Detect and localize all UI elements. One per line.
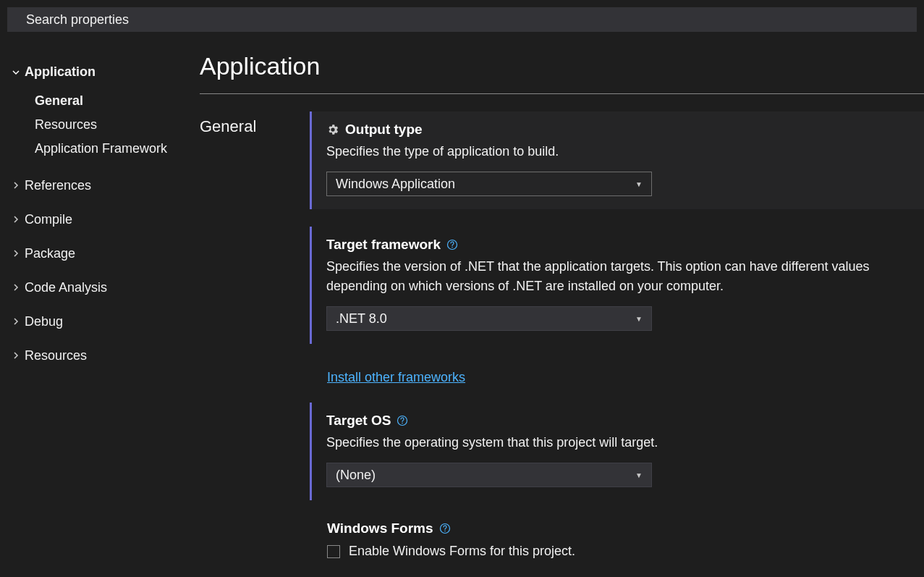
sidebar-item-references[interactable]: References: [0, 174, 185, 197]
page-title: Application: [200, 52, 924, 80]
sidebar-item-label: Debug: [25, 312, 63, 332]
setting-desc: Specifies the operating system that this…: [326, 433, 876, 452]
sidebar-item-resources[interactable]: Resources: [0, 345, 185, 367]
sidebar-item-label: Code Analysis: [25, 278, 107, 298]
sidebar-item-application[interactable]: Application: [0, 61, 185, 83]
sidebar-subitem-general[interactable]: General: [0, 89, 185, 113]
sidebar-subitems: General Resources Application Framework: [0, 89, 185, 161]
sidebar-subitem-resources[interactable]: Resources: [0, 113, 185, 137]
divider: [200, 93, 924, 94]
chevron-right-icon: [10, 284, 22, 291]
setting-output-type: Output type Specifies the type of applic…: [310, 111, 924, 209]
chevron-right-icon: [10, 318, 22, 325]
main-content: Application General Output type Specifie…: [185, 32, 924, 559]
sidebar-item-label: References: [25, 176, 91, 195]
help-icon[interactable]: [439, 523, 451, 534]
section-label: General: [200, 111, 310, 559]
sidebar-item-label: Compile: [25, 210, 72, 229]
help-icon[interactable]: [397, 415, 408, 426]
search-input[interactable]: [25, 12, 899, 28]
gear-icon: [326, 123, 339, 136]
search-bar[interactable]: [7, 7, 917, 32]
setting-desc: Specifies the type of application to bui…: [326, 142, 876, 161]
checkbox-icon: [327, 545, 340, 558]
dropdown-value: Windows Application: [336, 177, 455, 192]
sidebar-item-label: Application: [25, 62, 96, 82]
setting-target-os: Target OS Specifies the operating system…: [310, 403, 924, 500]
setting-target-framework: Target framework Specifies the version o…: [310, 227, 924, 344]
chevron-down-icon: ▼: [635, 315, 643, 323]
svg-point-5: [444, 531, 446, 532]
chevron-right-icon: [10, 352, 22, 359]
chevron-right-icon: [10, 250, 22, 257]
target-framework-dropdown[interactable]: .NET 8.0 ▼: [326, 306, 652, 331]
sidebar-subitem-app-framework[interactable]: Application Framework: [0, 137, 185, 161]
setting-title-text: Windows Forms: [327, 521, 433, 536]
setting-windows-forms: Windows Forms Enable Windows Forms for t…: [310, 518, 924, 559]
chevron-right-icon: [10, 216, 22, 223]
sidebar-item-label: Package: [25, 244, 75, 264]
chevron-right-icon: [10, 182, 22, 189]
setting-title-text: Output type: [345, 122, 423, 138]
windows-forms-checkbox[interactable]: Enable Windows Forms for this project.: [327, 544, 924, 559]
setting-desc: Specifies the version of .NET that the a…: [326, 257, 876, 296]
sidebar-item-label: Resources: [25, 346, 87, 366]
setting-title-text: Target OS: [326, 413, 391, 429]
chevron-down-icon: ▼: [635, 471, 643, 479]
sidebar-item-package[interactable]: Package: [0, 243, 185, 265]
sidebar-item-debug[interactable]: Debug: [0, 311, 185, 333]
dropdown-value: (None): [336, 468, 376, 483]
setting-title-text: Target framework: [326, 237, 441, 253]
sidebar-item-compile[interactable]: Compile: [0, 209, 185, 231]
svg-point-3: [402, 423, 404, 424]
install-frameworks-link[interactable]: Install other frameworks: [327, 370, 465, 385]
help-icon[interactable]: [446, 239, 458, 250]
sidebar: Application General Resources Applicatio…: [0, 32, 185, 559]
dropdown-value: .NET 8.0: [336, 311, 387, 327]
checkbox-label: Enable Windows Forms for this project.: [349, 544, 575, 559]
output-type-dropdown[interactable]: Windows Application ▼: [326, 172, 652, 196]
target-os-dropdown[interactable]: (None) ▼: [326, 463, 652, 487]
sidebar-item-code-analysis[interactable]: Code Analysis: [0, 277, 185, 299]
chevron-down-icon: ▼: [635, 180, 643, 188]
chevron-down-icon: [10, 69, 22, 76]
svg-point-1: [452, 247, 453, 248]
